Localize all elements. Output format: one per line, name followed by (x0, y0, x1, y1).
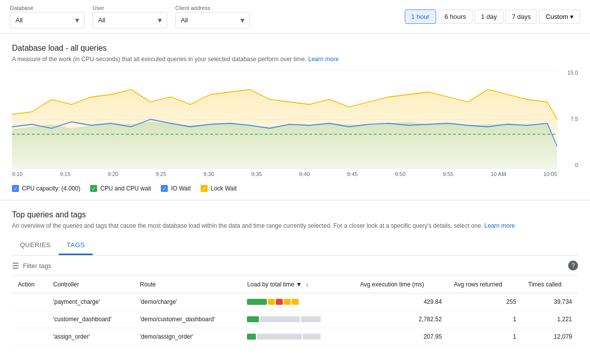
row1-load (241, 293, 354, 311)
chart-section: Database load - all queries A measure of… (0, 34, 590, 200)
chart-container: 15.0 7.5 0 (12, 70, 578, 179)
x-label-0: 9:10 (12, 171, 22, 177)
bottom-desc: An overview of the queries and tags that… (12, 222, 578, 229)
row3-route: 'demo/assign_order' (134, 328, 241, 346)
time-btn-1day[interactable]: 1 day (474, 9, 503, 24)
client-address-arrow: ▾ (240, 15, 244, 25)
row2-avg-exec: 2,782.52 (354, 311, 448, 328)
chart-learn-more-link[interactable]: Learn more (308, 56, 339, 63)
row2-route: 'demo/customer_dashboard' (134, 311, 241, 328)
database-filter-select[interactable]: All ▾ (10, 12, 85, 28)
time-btn-7days[interactable]: 7 days (505, 9, 537, 24)
data-table: Action Controller Route Load by total ti… (12, 276, 578, 346)
bar-segment (260, 316, 300, 322)
legend-label-io-wait: IO Wait (171, 185, 191, 192)
chart-legend: ✓ CPU capacity: (4.000) ✓ CPU and CPU wa… (12, 185, 578, 192)
tab-queries[interactable]: QUERIES (12, 236, 59, 255)
x-label-5: 9:35 (251, 171, 262, 177)
time-range-group: 1 hour 6 hours 1 day 7 days Custom ▾ (405, 9, 580, 24)
help-icon[interactable]: ? (568, 261, 578, 271)
y-axis: 15.0 7.5 0 (558, 70, 578, 169)
bar-segment (303, 334, 321, 340)
table-row[interactable]: 'assign_order' 'demo/assign_order' 207.9… (12, 328, 578, 346)
col-route: Route (134, 276, 241, 293)
user-filter-select[interactable]: All ▾ (93, 12, 167, 28)
x-label-1: 9:15 (60, 171, 70, 177)
legend-cpu-wait[interactable]: ✓ CPU and CPU wait (90, 185, 151, 192)
legend-checkbox-io-wait: ✓ (161, 185, 168, 192)
legend-checkbox-cpu-capacity: ✓ (12, 185, 19, 192)
bar-segment (301, 316, 321, 322)
filter-bar: ☰ Filter tags ? (12, 256, 578, 276)
time-btn-custom[interactable]: Custom ▾ (539, 9, 580, 24)
chart-title: Database load - all queries (12, 44, 578, 53)
user-filter-label: User (93, 5, 167, 11)
legend-checkbox-lock-wait: ✓ (201, 185, 208, 192)
load-bar-3 (247, 334, 327, 340)
col-times-called: Times called (522, 276, 578, 293)
row3-times-called: 12,079 (522, 328, 578, 346)
client-address-label: Client address (175, 5, 250, 11)
row2-controller: 'customer_dashboard' (47, 311, 134, 328)
bar-segment (276, 299, 283, 305)
y-axis-top: 15.0 (558, 70, 578, 76)
bar-segment (284, 299, 291, 305)
bar-segment (268, 299, 275, 305)
bar-segment (247, 334, 256, 340)
x-axis: 9:10 9:15 9:20 9:25 9:30 9:35 9:40 9:45 … (12, 171, 578, 177)
col-avg-rows: Avg rows returned (448, 276, 522, 293)
col-load[interactable]: Load by total time ▼ ↓ (241, 276, 354, 293)
x-label-8: 9:50 (395, 171, 405, 177)
user-filter-value: All (98, 16, 105, 24)
table-row[interactable]: 'customer_dashboard' 'demo/customer_dash… (12, 311, 578, 328)
table-row[interactable]: 'payment_charge' 'demo/charge' 429.84 25… (12, 293, 578, 311)
tab-tags[interactable]: TAGS (59, 236, 93, 255)
col-controller: Controller (47, 276, 134, 293)
x-label-4: 9:30 (204, 171, 214, 177)
row1-avg-exec: 429.84 (354, 293, 448, 311)
x-label-2: 9:20 (108, 171, 118, 177)
database-filter-value: All (15, 16, 22, 24)
col-avg-exec: Avg execution time (ms) (354, 276, 448, 293)
row3-controller: 'assign_order' (47, 328, 134, 346)
chart-svg (12, 70, 557, 169)
sort-icon: ▼ (296, 281, 302, 288)
col-action: Action (12, 276, 47, 293)
down-arrow-icon: ↓ (306, 281, 309, 288)
row3-avg-exec: 207.95 (354, 328, 448, 346)
user-filter: User All ▾ (93, 5, 167, 28)
chart-area: 15.0 7.5 0 (12, 70, 578, 169)
row1-avg-rows: 255 (448, 293, 522, 311)
table-header-row: Action Controller Route Load by total ti… (12, 276, 578, 293)
chart-desc: A measure of the work (in CPU-seconds) t… (12, 56, 578, 63)
bottom-title: Top queries and tags (12, 210, 578, 219)
legend-checkbox-cpu-wait: ✓ (90, 185, 97, 192)
y-axis-mid: 7.5 (558, 116, 578, 122)
y-axis-bottom: 0 (558, 162, 578, 168)
client-address-select[interactable]: All ▾ (175, 12, 250, 28)
row3-avg-rows: 1 (448, 328, 522, 346)
custom-arrow-icon: ▾ (570, 13, 574, 20)
top-bar: Database All ▾ User All ▾ Client address… (0, 0, 590, 34)
row2-times-called: 1,221 (522, 311, 578, 328)
row1-route: 'demo/charge' (134, 293, 241, 311)
bar-segment (257, 334, 302, 340)
client-address-value: All (181, 16, 188, 24)
filter-icon: ☰ (12, 261, 19, 271)
client-address-filter: Client address All ▾ (175, 5, 250, 28)
time-btn-6hours[interactable]: 6 hours (438, 9, 472, 24)
time-btn-1hour[interactable]: 1 hour (405, 9, 436, 24)
load-bar-1 (247, 299, 327, 305)
x-label-10: 10 AM (490, 171, 506, 177)
filter-bar-left: ☰ Filter tags (12, 261, 51, 271)
legend-cpu-capacity[interactable]: ✓ CPU capacity: (4.000) (12, 185, 80, 192)
legend-label-cpu-wait: CPU and CPU wait (100, 185, 151, 192)
legend-lock-wait[interactable]: ✓ Lock Wait (201, 185, 236, 192)
custom-label: Custom (546, 13, 568, 20)
x-label-3: 9:25 (155, 171, 166, 177)
database-filter: Database All ▾ (10, 5, 85, 28)
row2-action (12, 311, 47, 328)
bottom-learn-more-link[interactable]: Learn more (484, 222, 515, 229)
legend-io-wait[interactable]: ✓ IO Wait (161, 185, 191, 192)
database-filter-label: Database (10, 5, 85, 11)
